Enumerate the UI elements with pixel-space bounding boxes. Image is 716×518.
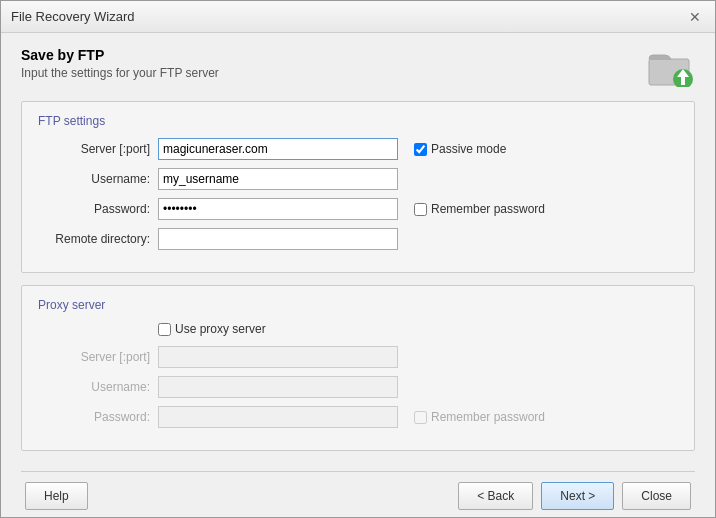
proxy-username-input[interactable] [158,376,398,398]
use-proxy-row: Use proxy server [38,322,678,336]
page-subtitle: Input the settings for your FTP server [21,66,219,80]
ftp-remote-dir-row: Remote directory: [38,228,678,250]
passive-mode-group: Passive mode [414,142,506,156]
proxy-password-row: Password: Remember password [38,406,678,428]
proxy-remember-group: Remember password [414,410,545,424]
ftp-password-label: Password: [38,202,158,216]
proxy-password-input[interactable] [158,406,398,428]
close-button[interactable]: Close [622,482,691,510]
main-window: File Recovery Wizard ✕ Save by FTP Input… [0,0,716,518]
ftp-icon [647,47,695,87]
ftp-username-label: Username: [38,172,158,186]
header-text: Save by FTP Input the settings for your … [21,47,219,80]
page-title: Save by FTP [21,47,219,63]
proxy-username-label: Username: [38,380,158,394]
ftp-remember-password-checkbox[interactable] [414,203,427,216]
proxy-settings-group: Proxy server Use proxy server Server [:p… [21,285,695,451]
header-section: Save by FTP Input the settings for your … [21,47,695,87]
proxy-server-row: Server [:port] [38,346,678,368]
title-bar: File Recovery Wizard ✕ [1,1,715,33]
ftp-remote-dir-label: Remote directory: [38,232,158,246]
footer-buttons: Help < Back Next > Close [21,482,695,510]
proxy-username-row: Username: [38,376,678,398]
back-button[interactable]: < Back [458,482,533,510]
window-title: File Recovery Wizard [11,9,135,24]
ftp-server-input[interactable] [158,138,398,160]
ftp-password-row: Password: Remember password [38,198,678,220]
help-button[interactable]: Help [25,482,88,510]
use-proxy-group: Use proxy server [158,322,266,336]
proxy-server-input[interactable] [158,346,398,368]
window-close-button[interactable]: ✕ [685,7,705,27]
ftp-remote-dir-input[interactable] [158,228,398,250]
nav-buttons: < Back Next > Close [458,482,691,510]
ftp-group-title: FTP settings [38,114,678,128]
ftp-password-input[interactable] [158,198,398,220]
proxy-password-label: Password: [38,410,158,424]
ftp-username-input[interactable] [158,168,398,190]
next-button[interactable]: Next > [541,482,614,510]
ftp-server-label: Server [:port] [38,142,158,156]
proxy-server-label: Server [:port] [38,350,158,364]
content-area: Save by FTP Input the settings for your … [1,33,715,518]
ftp-remember-label: Remember password [431,202,545,216]
proxy-group-title: Proxy server [38,298,678,312]
passive-mode-label: Passive mode [431,142,506,156]
use-proxy-checkbox[interactable] [158,323,171,336]
ftp-username-row: Username: [38,168,678,190]
proxy-remember-label: Remember password [431,410,545,424]
footer-divider [21,471,695,472]
ftp-server-row: Server [:port] Passive mode [38,138,678,160]
ftp-remember-group: Remember password [414,202,545,216]
ftp-settings-group: FTP settings Server [:port] Passive mode… [21,101,695,273]
passive-mode-checkbox[interactable] [414,143,427,156]
proxy-remember-password-checkbox[interactable] [414,411,427,424]
use-proxy-label: Use proxy server [175,322,266,336]
